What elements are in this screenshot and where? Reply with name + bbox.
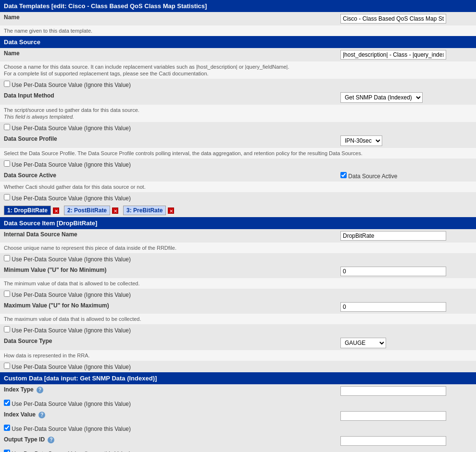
max-value-input[interactable] <box>340 302 446 312</box>
internal-name-desc: Choose unique name to represent this pie… <box>4 245 176 251</box>
tabs-container: 1: DropBitRate✕ 2: PostBitRate✕ 3: PreBi… <box>0 204 476 217</box>
data-input-method-desc2: This field is always templated. <box>4 114 74 120</box>
ds-type-label: Data Source Type <box>4 338 52 344</box>
ds-active-desc: Whether Cacti should gather data for thi… <box>4 184 146 190</box>
per-source-label-8: Use Per-Data Source Value (Ignore this V… <box>12 364 131 370</box>
tab-dropbitrate[interactable]: 1: DropBitRate <box>4 206 51 215</box>
tab-close-dropbitrate[interactable]: ✕ <box>53 208 59 214</box>
per-source-checkbox-3[interactable] <box>4 160 10 167</box>
max-value-label: Maximum Value ("U" for No Maximum) <box>4 302 109 309</box>
per-source-checkbox-7[interactable] <box>4 326 10 332</box>
output-type-input[interactable] <box>340 436 446 446</box>
per-source-label-index-type: Use Per-Data Source Value (Ignore this V… <box>12 401 131 407</box>
ds-active-label: Data Source Active <box>4 172 56 179</box>
tab-prebitrate[interactable]: 3: PreBitRate <box>123 206 166 215</box>
top-name-desc: The name given to this data template. <box>4 28 92 34</box>
top-name-input[interactable] <box>340 14 446 24</box>
ds-name-desc2: For a complete list of supported replace… <box>4 71 209 76</box>
per-source-checkbox-output-type[interactable] <box>4 450 10 452</box>
index-type-help-icon[interactable]: ? <box>37 387 43 393</box>
data-input-method-desc1: The script/source used to gather data fo… <box>4 107 139 113</box>
index-value-input[interactable] <box>340 411 446 421</box>
custom-data-header: Custom Data [data input: Get SNMP Data (… <box>0 372 476 384</box>
per-source-label-2: Use Per-Data Source Value (Ignore this V… <box>12 125 131 132</box>
per-source-label-7: Use Per-Data Source Value (Ignore this V… <box>12 327 131 334</box>
output-type-help-icon[interactable]: ? <box>48 437 54 443</box>
per-source-checkbox-1[interactable] <box>4 81 10 87</box>
top-name-label: Name <box>4 14 20 21</box>
per-source-label-3: Use Per-Data Source Value (Ignore this V… <box>12 161 131 168</box>
per-source-checkbox-8[interactable] <box>4 363 10 369</box>
tab-postbitrate[interactable]: 2: PostBitRate <box>64 206 110 215</box>
ds-name-desc1: Choose a name for this data source. It c… <box>4 64 289 70</box>
index-type-label: Index Type <box>4 386 34 393</box>
ds-name-label: Name <box>4 50 20 57</box>
per-source-label-index-value: Use Per-Data Source Value (Ignore this V… <box>12 426 131 432</box>
min-value-input[interactable] <box>340 267 446 276</box>
per-source-label-5: Use Per-Data Source Value (Ignore this V… <box>12 256 131 263</box>
data-source-header: Data Source <box>0 36 476 48</box>
ds-active-checkbox[interactable] <box>340 172 347 178</box>
max-value-desc: The maximum value of data that is allowe… <box>4 316 141 322</box>
per-source-checkbox-5[interactable] <box>4 255 10 261</box>
ds-type-desc: How data is represented in the RRA. <box>4 353 90 358</box>
index-value-help-icon[interactable]: ? <box>38 412 45 418</box>
ds-profile-label: Data Source Profile <box>4 135 57 142</box>
per-source-label-4: Use Per-Data Source Value (Ignore this V… <box>12 195 131 202</box>
per-source-label-6: Use Per-Data Source Value (Ignore this V… <box>12 292 131 298</box>
ds-name-input[interactable] <box>340 50 446 60</box>
ds-active-checkbox-label: Data Source Active <box>348 173 397 180</box>
per-source-label-1: Use Per-Data Source Value (Ignore this V… <box>12 82 131 88</box>
ds-profile-select[interactable]: IPN-30sec Default <box>340 135 382 146</box>
index-value-label: Index Value <box>4 411 36 418</box>
min-value-desc: The minimum value of data that is allowe… <box>4 281 139 286</box>
data-source-item-header: Data Source Item [DropBitRate] <box>0 217 476 229</box>
ds-type-select[interactable]: GAUGE COUNTER DERIVE ABSOLUTE <box>340 338 386 348</box>
per-source-checkbox-index-type[interactable] <box>4 400 10 406</box>
data-input-method-label: Data Input Method <box>4 92 54 99</box>
index-type-input[interactable] <box>340 386 446 396</box>
ds-profile-desc: Select the Data Source Profile. The Data… <box>4 150 363 156</box>
per-source-checkbox-index-value[interactable] <box>4 425 10 431</box>
page-title: Data Templates [edit: Cisco - Class Base… <box>0 0 476 12</box>
per-source-checkbox-2[interactable] <box>4 124 10 130</box>
output-type-label: Output Type ID <box>4 436 45 443</box>
internal-name-input[interactable] <box>340 231 446 241</box>
min-value-label: Minimum Value ("U" for No Minimum) <box>4 267 106 273</box>
per-source-checkbox-6[interactable] <box>4 291 10 297</box>
tab-close-postbitrate[interactable]: ✕ <box>112 208 118 214</box>
per-source-checkbox-4[interactable] <box>4 194 10 200</box>
tab-close-prebitrate[interactable]: ✕ <box>168 208 174 214</box>
data-input-method-select[interactable]: Get SNMP Data (Indexed) Get SNMP Data No… <box>340 92 423 103</box>
internal-name-label: Internal Data Source Name <box>4 231 77 238</box>
